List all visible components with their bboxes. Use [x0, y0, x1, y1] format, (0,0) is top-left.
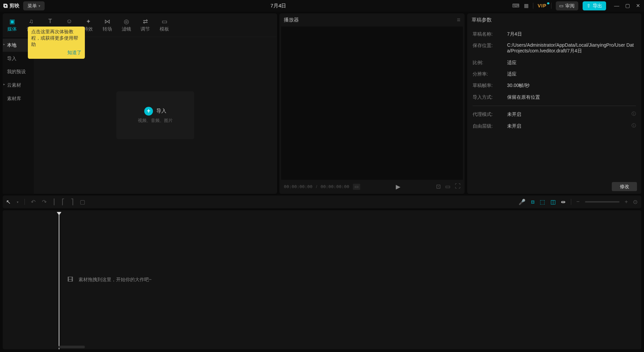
param-value: 未开启 — [507, 123, 632, 129]
adjust-icon: ⇄ — [143, 18, 148, 25]
delete-right-icon[interactable]: ⎤ — [71, 199, 74, 206]
media-icon: ▣ — [9, 18, 15, 25]
link-icon[interactable]: ⬚ — [540, 199, 545, 206]
select-tool-icon[interactable]: ↖ — [6, 199, 11, 206]
app-name: 剪映 — [9, 2, 19, 9]
sidebar-item-library[interactable]: 素材库 — [3, 92, 34, 105]
playhead[interactable] — [59, 212, 59, 349]
shortcut-icon[interactable]: ⌨ — [512, 3, 520, 9]
zoom-out-icon[interactable]: − — [576, 199, 580, 205]
import-subtext: 视频、音频、图片 — [138, 118, 173, 124]
titlebar-right: ⌨ ▦ VIP ▭ 审阅 ⇧ 导出 — ▢ ✕ — [512, 1, 640, 10]
info-icon[interactable]: ⓘ — [632, 123, 636, 129]
split-icon[interactable]: ⎮ — [53, 199, 56, 206]
hamburger-icon[interactable]: ≡ — [457, 16, 461, 24]
vip-badge[interactable]: VIP — [538, 3, 547, 8]
timeline-hint-text: 素材拖拽到这里，开始你的大作吧~ — [78, 276, 152, 283]
snapshot-icon[interactable]: ⊡ — [436, 183, 441, 190]
fullscreen-icon[interactable]: ⛶ — [455, 183, 461, 190]
close-icon[interactable]: ✕ — [636, 3, 640, 9]
redo-icon[interactable]: ↷ — [42, 199, 47, 206]
layout-icon[interactable]: ▦ — [524, 3, 529, 9]
separator — [24, 199, 25, 205]
param-label: 自由层级: — [473, 123, 507, 129]
zoom-fit-icon[interactable]: ⊙ — [633, 199, 638, 206]
titlebar: ⧉ 剪映 菜单 ▾ 7月4日 ⌨ ▦ VIP ▭ 审阅 ⇧ 导出 — ▢ ✕ — [0, 0, 644, 12]
sticker-icon: ☺ — [66, 18, 72, 25]
media-panel: ▣媒体 ♫音频 T文本 ☺贴纸 ✦特效 ⋈转场 ◎滤镜 ⇄调节 ▭模板 本地 导… — [3, 13, 277, 194]
timeline-scrollbar[interactable] — [59, 346, 85, 348]
preview-icon[interactable]: ◫ — [550, 199, 556, 206]
timeline-toolbar: ↖ ▾ ↶ ↷ ⎮ ⎡ ⎤ ▢ 🎤 ⧈ ⬚ ◫ ⇹ − + ⊙ — [3, 195, 641, 209]
plus-icon: + — [144, 107, 153, 116]
param-label: 草稿名称: — [473, 31, 507, 37]
app-logo: ⧉ 剪映 — [3, 2, 19, 9]
align-icon[interactable]: ⇹ — [561, 199, 566, 206]
media-stage: + 导入 视频、音频、图片 — [34, 37, 277, 194]
param-label: 代理模式: — [473, 111, 507, 118]
tooltip-ok-button[interactable]: 知道了 — [31, 50, 82, 56]
timecode-current: 00:00:00:00 — [284, 184, 312, 189]
main-area: ▣媒体 ♫音频 T文本 ☺贴纸 ✦特效 ⋈转场 ◎滤镜 ⇄调节 ▭模板 本地 导… — [0, 12, 644, 195]
template-icon: ▭ — [162, 18, 167, 25]
project-title: 7月4日 — [48, 2, 509, 9]
export-icon: ⇧ — [587, 3, 591, 8]
sidebar-item-cloud[interactable]: 云素材 — [3, 79, 34, 92]
timeline-hint: 🎞 素材拖拽到这里，开始你的大作吧~ — [67, 276, 152, 283]
chevron-down-icon: ▾ — [39, 4, 40, 8]
player-title: 播放器 — [284, 16, 299, 24]
delete-left-icon[interactable]: ⎡ — [62, 199, 65, 206]
window-controls: — ▢ ✕ — [614, 3, 641, 9]
param-value: 30.00帧/秒 — [507, 82, 636, 89]
separator — [571, 199, 571, 205]
param-label: 保存位置: — [473, 42, 507, 54]
separator — [551, 3, 551, 9]
separator — [533, 3, 533, 9]
review-button[interactable]: ▭ 审阅 — [556, 1, 578, 10]
timeline[interactable]: 🎞 素材拖拽到这里，开始你的大作吧~ — [3, 210, 641, 349]
param-value: 适应 — [507, 71, 636, 77]
tab-media[interactable]: ▣媒体 — [3, 13, 22, 37]
media-body: 本地 导入 我的预设 云素材 素材库 + 导入 视频、音频、图片 — [3, 37, 277, 194]
tab-adjust[interactable]: ⇄调节 — [136, 13, 155, 37]
freeze-icon[interactable]: ▢ — [80, 199, 85, 206]
tab-filter[interactable]: ◎滤镜 — [117, 13, 136, 37]
mic-icon[interactable]: 🎤 — [519, 199, 526, 206]
chevron-down-icon[interactable]: ▾ — [17, 200, 18, 204]
transition-icon: ⋈ — [104, 18, 110, 25]
menu-button[interactable]: 菜单 ▾ — [23, 1, 45, 10]
ratio-icon[interactable]: ▭ — [445, 183, 450, 190]
audio-icon: ♫ — [29, 18, 34, 25]
modify-button[interactable]: 修改 — [612, 182, 637, 191]
undo-icon[interactable]: ↶ — [31, 199, 36, 206]
params-title: 草稿参数 — [467, 13, 641, 27]
play-button[interactable]: ▶ — [364, 183, 432, 190]
review-label: 审阅 — [565, 3, 575, 9]
player-panel: 播放器 ≡ 00:00:00:00 / 00:00:00:00 ▭ ▶ ⊡ ▭ … — [279, 13, 465, 194]
info-icon[interactable]: ⓘ — [632, 111, 636, 118]
player-controls: 00:00:00:00 / 00:00:00:00 ▭ ▶ ⊡ ▭ ⛶ — [279, 180, 465, 193]
tab-template[interactable]: ▭模板 — [155, 13, 174, 37]
side-nav: 本地 导入 我的预设 云素材 素材库 — [3, 37, 34, 194]
import-label: 导入 — [156, 107, 166, 115]
minimize-icon[interactable]: — — [614, 3, 619, 9]
zoom-slider[interactable] — [585, 201, 620, 203]
maximize-icon[interactable]: ▢ — [625, 3, 630, 9]
param-value: 未开启 — [507, 111, 632, 118]
import-dropzone[interactable]: + 导入 视频、音频、图片 — [116, 91, 194, 139]
zoom-in-icon[interactable]: + — [625, 199, 628, 205]
export-button[interactable]: ⇧ 导出 — [583, 1, 606, 10]
logo-icon: ⧉ — [3, 2, 8, 9]
magnet-icon[interactable]: ⧈ — [531, 199, 535, 205]
param-value: C:/Users/Administrator/AppData/Local/Jia… — [507, 42, 636, 54]
help-tooltip: 点击这里再次体验教程，或获得更多使用帮助 知道了 — [28, 27, 85, 59]
ratio-indicator[interactable]: ▭ — [353, 184, 360, 190]
sidebar-item-presets[interactable]: 我的预设 — [3, 65, 34, 79]
review-icon: ▭ — [559, 3, 564, 8]
param-value: 保留在原有位置 — [507, 94, 636, 100]
menu-label: 菜单 — [28, 3, 37, 9]
tab-transition[interactable]: ⋈转场 — [98, 13, 117, 37]
player-viewport[interactable] — [281, 27, 463, 180]
param-label: 草稿帧率: — [473, 82, 507, 89]
param-label: 分辨率: — [473, 71, 507, 77]
